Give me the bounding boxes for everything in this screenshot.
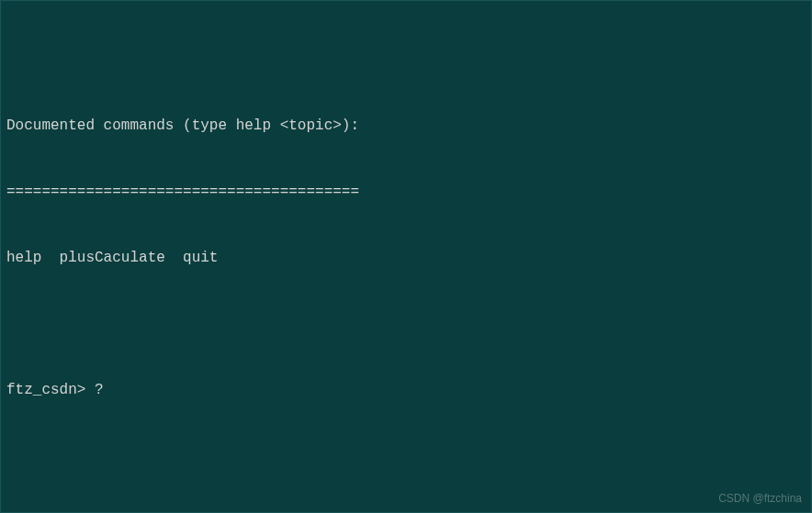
terminal-line: ======================================== — [6, 181, 806, 203]
terminal-line — [6, 49, 806, 71]
terminal-line — [6, 313, 806, 335]
watermark: CSDN @ftzchina — [718, 490, 802, 507]
terminal-line: Documented commands (type help <topic>): — [6, 115, 806, 137]
terminal-line: help plusCaculate quit — [6, 247, 806, 269]
terminal-line — [6, 445, 806, 467]
terminal-window[interactable]: Documented commands (type help <topic>):… — [1, 1, 811, 513]
terminal-line: ftz_csdn> ? — [6, 379, 806, 401]
